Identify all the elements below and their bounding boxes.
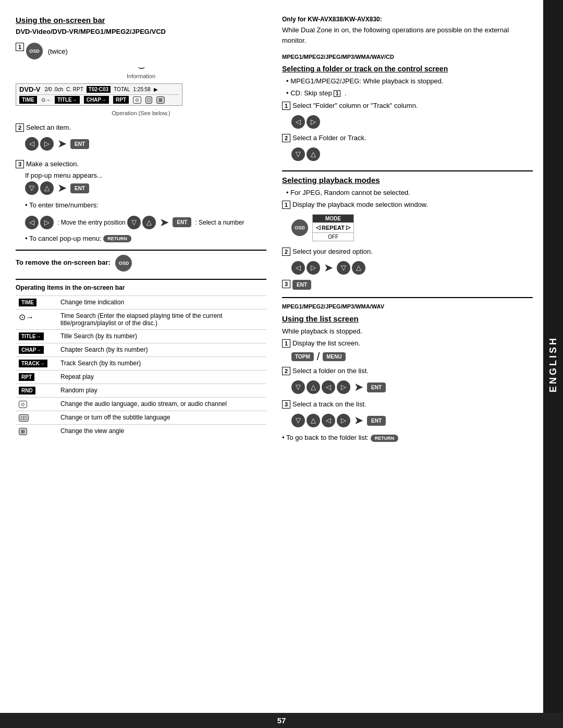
pb-arrow-left-btn[interactable]: ◁ <box>291 261 305 275</box>
enter-time-section: • To enter time/numbers: ◁ ▷ : Move the … <box>16 200 266 231</box>
arrow-next2-icon: ➤ <box>57 181 67 195</box>
f-arrow-left-btn[interactable]: ◁ <box>291 115 305 129</box>
tag-time: TIME <box>19 96 37 104</box>
list-arrow-next-icon: ➤ <box>354 380 363 394</box>
ops-desc-track: Track Search (by its number) <box>57 357 266 371</box>
list-arrow-left-btn[interactable]: ◁ <box>322 380 335 394</box>
step2-num: 2 <box>16 124 24 132</box>
list-step1-text: Display the list screen. <box>292 339 360 347</box>
sub-heading: DVD-Video/DVD-VR/MPEG1/MPEG2/JPEG/VCD <box>16 28 266 35</box>
ops-desc-audio: Change the audio language, audio stream,… <box>57 398 266 411</box>
ent-button-step2[interactable]: ENT <box>70 139 89 149</box>
dvd-label: DVD-V <box>19 85 40 93</box>
folder-step2-text: Select a Folder or Track. <box>292 134 366 142</box>
arrow-down-btn[interactable]: ▽ <box>25 181 39 195</box>
curve-arrow: ⌣ <box>16 60 266 74</box>
pb-arrow-down-btn[interactable]: ▽ <box>337 261 350 275</box>
list-arrow-down-btn[interactable]: ▽ <box>291 380 305 394</box>
list2-arrow-up-btn[interactable]: △ <box>307 414 320 427</box>
icon-timesearch: ⊙→ <box>41 97 51 103</box>
dvd-t02c03: T02·C03 <box>87 86 111 93</box>
arrow-right-btn[interactable]: ▷ <box>40 137 54 151</box>
osd-button-remove[interactable]: OSD <box>115 255 132 272</box>
dvd-screen-bottom: TIME ⊙→ TITLE→ CHAP→ RPT ⊙ □ ⊞ <box>19 96 179 104</box>
tag-rpt-bar: RPT <box>113 96 129 104</box>
slash-divider: / <box>317 351 320 363</box>
arrow-left-btn[interactable]: ◁ <box>25 137 39 151</box>
table-row: TIME Change time indication <box>16 296 266 310</box>
step2-text: Select an item. <box>26 124 71 131</box>
pb-step2-text: Select your desired option. <box>292 248 373 255</box>
arrow-left2-btn[interactable]: ◁ <box>25 216 39 229</box>
arrow-down2-btn[interactable]: ▽ <box>127 216 141 229</box>
arrow-up-btn[interactable]: △ <box>40 181 54 195</box>
ops-table: TIME Change time indication ⊙→ Time Sear… <box>16 295 266 438</box>
arrow-up2-btn[interactable]: △ <box>142 216 156 229</box>
step3-num: 3 <box>16 160 24 168</box>
list-arrow-right-btn[interactable]: ▷ <box>337 380 350 394</box>
list-arrow-up-btn[interactable]: △ <box>307 380 320 394</box>
ent-button-step3[interactable]: ENT <box>70 183 89 193</box>
ent-button-num[interactable]: ENT <box>173 217 191 227</box>
ops-heading: Operating items in the on-screen bar <box>16 284 266 291</box>
table-row: ⊞ Change the view angle <box>16 425 266 438</box>
icon-sub: □ <box>145 96 152 104</box>
step2-controls: ◁ ▷ ➤ ENT <box>16 135 266 153</box>
list2-arrow-left-btn[interactable]: ◁ <box>322 414 335 427</box>
list-step3-text: Select a track on the list. <box>292 400 366 408</box>
f-arrow-down-btn[interactable]: ▽ <box>291 147 305 161</box>
return-button-list[interactable]: RETURN <box>371 435 399 442</box>
tag-title-row: TITLE→ <box>19 332 44 340</box>
ent-button-pb[interactable]: ENT <box>292 280 311 290</box>
dvd-screen: DVD-V 2/0 .0ch C. RPT T02·C03 TOTAL 1:25… <box>16 83 182 106</box>
tag-track-row: TRACK→ <box>19 360 47 367</box>
language-tab: ENGLISH <box>543 0 563 728</box>
pb-step3-num: 3 <box>282 280 290 288</box>
list2-arrow-down-btn[interactable]: ▽ <box>291 414 305 427</box>
pb-arrow-right-btn[interactable]: ▷ <box>307 261 320 275</box>
left-column: Using the on-screen bar DVD-Video/DVD-VR… <box>16 16 266 449</box>
info-label: Information <box>16 73 266 79</box>
arrow-right2-btn[interactable]: ▷ <box>40 216 54 229</box>
return-button[interactable]: RETURN <box>103 235 131 242</box>
select-num-label: : Select a number <box>195 219 244 226</box>
osd-button-step1[interactable]: OSD <box>26 43 43 59</box>
ops-desc-rnd: Random play <box>57 384 266 398</box>
pb-step1-num: 1 <box>282 201 290 209</box>
dvd-crpt: C. RPT <box>66 87 83 92</box>
divider3 <box>282 170 533 171</box>
mode-box-title: MODE <box>313 215 353 223</box>
folder-bullet-1: MPEG1/MPEG2/JPEG: While playback is stop… <box>286 76 533 87</box>
topm-button[interactable]: TOPM <box>291 352 314 361</box>
ent-button-list2[interactable]: ENT <box>367 382 386 392</box>
ent-button-list3[interactable]: ENT <box>367 416 386 426</box>
right-column: Only for KW-AVX838/KW-AVX830: While Dual… <box>282 16 533 449</box>
icon-timesearch-row: ⊙→ <box>19 313 34 322</box>
mode-repeat-label: REPEAT <box>322 225 345 231</box>
folder-bullets: MPEG1/MPEG2/JPEG: While playback is stop… <box>282 76 533 98</box>
folder-heading-small: MPEG1/MPEG2/JPEG/MP3/WMA/WAV/CD <box>282 53 533 61</box>
f-arrow-right-btn[interactable]: ▷ <box>307 115 320 129</box>
playback-bullets: For JPEG, Random cannot be selected. <box>282 188 533 198</box>
mode-box-body: ◁ REPEAT ▷ <box>313 223 353 232</box>
twice-label: (twice) <box>48 47 68 55</box>
divider1 <box>16 250 266 251</box>
move-entry-label: : Move the entry position <box>57 219 126 226</box>
step3-popup-label: If pop-up menu appears... <box>16 171 266 179</box>
pb-arrow-next-icon: ➤ <box>324 261 333 275</box>
icon-cam: ⊞ <box>156 96 165 104</box>
main-heading: Using the on-screen bar <box>16 16 266 24</box>
menu-button[interactable]: MENU <box>323 352 345 361</box>
ops-desc-title: Title Search (by its number) <box>57 330 266 343</box>
ops-desc-chap: Chapter Search (by its number) <box>57 343 266 357</box>
osd-button-pb[interactable]: OSD <box>291 219 308 236</box>
f-arrow-up-btn[interactable]: △ <box>307 147 320 161</box>
dvd-info-ch: 2/0 .0ch <box>44 87 63 92</box>
pb-arrow-up-btn[interactable]: △ <box>352 261 365 275</box>
divider4 <box>282 297 533 298</box>
language-tab-text: ENGLISH <box>548 336 559 392</box>
table-row: TITLE→ Title Search (by its number) <box>16 330 266 343</box>
only-text: While Dual Zone in on, the following ope… <box>282 25 533 45</box>
list2-arrow-right-btn[interactable]: ▷ <box>337 414 350 427</box>
table-row: RND Random play <box>16 384 266 398</box>
